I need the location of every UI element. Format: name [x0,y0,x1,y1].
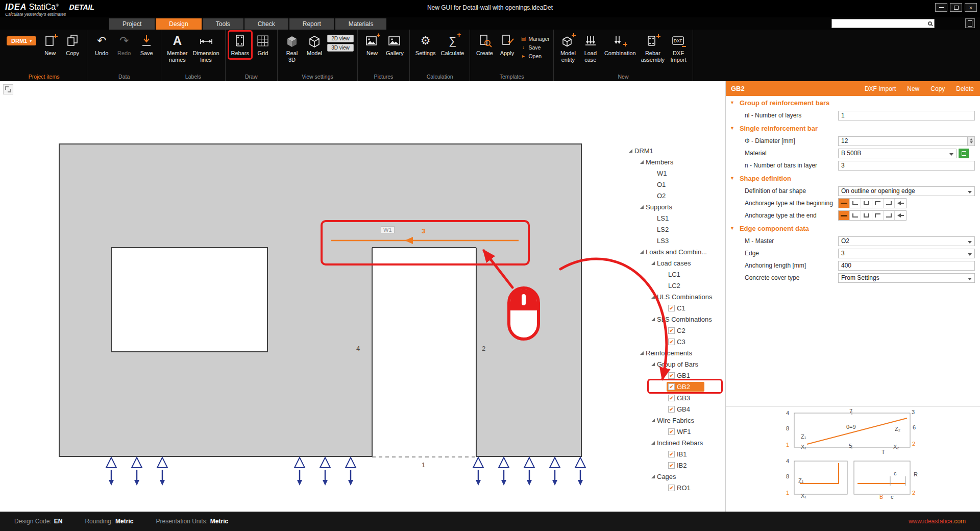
load-case-button[interactable]: Load case [580,31,601,64]
maximize-button[interactable] [950,3,962,12]
anchoring-length-mm-input[interactable]: 400 [838,261,975,271]
collapse-caret-icon[interactable]: ▼ [730,226,734,231]
visibility-checkbox[interactable]: ✔ [668,451,675,457]
spin-up-icon[interactable] [970,138,973,140]
anchorage-option-5[interactable] [884,211,895,220]
section-header-edge-component-data[interactable]: ▼Edge component data [726,222,980,235]
expander-icon[interactable] [651,295,655,299]
visibility-checkbox[interactable]: ✔ [668,395,675,401]
drm-selector-button[interactable]: DRM1▾ [7,36,36,45]
tree-item-c2[interactable]: ✔C2 [627,325,725,336]
visibility-checkbox[interactable]: ✔ [668,339,675,345]
visibility-checkbox[interactable]: ✔ [668,485,675,491]
tree-item-uls-combinations[interactable]: ULS Combinations [627,291,725,302]
expander-icon[interactable] [640,205,644,209]
diameter-mm-input[interactable]: 12 [838,136,968,146]
tree-item-drm1[interactable]: DRM1 [627,145,725,156]
grid-button[interactable]: Grid [252,31,274,58]
new-button[interactable]: New [907,85,919,92]
anchorage-option-4[interactable] [872,211,884,220]
tree-item-gb4[interactable]: ✔GB4 [627,403,725,415]
tree-item-gb1[interactable]: ✔GB1 [627,370,725,381]
visibility-checkbox[interactable]: ✔ [668,383,675,390]
collapse-caret-icon[interactable]: ▼ [730,126,734,131]
rebar-assembly-button[interactable]: Rebar assembly [639,31,667,64]
visibility-checkbox[interactable]: ✔ [668,327,675,334]
nl-number-of-layers-input[interactable]: 1 [838,111,975,120]
anchorage-option-1[interactable] [839,199,850,208]
document-info-icon[interactable] [965,18,975,28]
visibility-checkbox[interactable]: ✔ [668,462,675,469]
spinner-buttons[interactable] [968,136,975,146]
close-button[interactable]: × [965,3,977,12]
expander-icon[interactable] [651,475,655,478]
tab-materials[interactable]: Materials [335,18,387,30]
open-menu-item[interactable]: ▸Open [521,52,549,60]
tree-item-gb2[interactable]: ✔GB2 [627,381,725,392]
template-create-button[interactable]: Create [474,31,495,58]
combination-button[interactable]: Combination [602,31,638,58]
tab-tools[interactable]: Tools [203,18,243,30]
save-button[interactable]: Save [136,31,157,58]
tree-item-loads-and-combin[interactable]: Loads and Combin... [627,246,725,257]
fit-to-view-icon[interactable] [3,84,13,94]
model-canvas[interactable]: W1 3 4 2 1 DRM1MembersW1O1O2SupportsLS1L… [0,81,725,512]
expander-icon[interactable] [651,441,655,445]
tree-item-gb3[interactable]: ✔GB3 [627,392,725,403]
tree-item-o2[interactable]: O2 [627,190,725,201]
copy-button[interactable]: Copy [930,85,945,92]
dxf-import-button[interactable]: DXF Import [865,85,896,92]
real-3d-button[interactable]: Real 3D [281,31,303,64]
tree-item-wf1[interactable]: ✔WF1 [627,426,725,437]
expander-icon[interactable] [640,160,644,164]
tab-design[interactable]: Design [156,18,201,30]
tree-item-ib1[interactable]: ✔IB1 [627,448,725,460]
tree-item-ls2[interactable]: LS2 [627,224,725,235]
tree-item-load-cases[interactable]: Load cases [627,257,725,269]
delete-button[interactable]: Delete [956,85,974,92]
calculate-button[interactable]: ∑+Calculate [439,31,467,58]
tree-item-cages[interactable]: Cages [627,471,725,482]
anchorage-option-6[interactable] [895,211,906,220]
anchorage-option-2[interactable] [850,199,861,208]
tab-report[interactable]: Report [289,18,334,30]
tree-item-c3[interactable]: ✔C3 [627,336,725,347]
tree-item-supports[interactable]: Supports [627,201,725,212]
expander-icon[interactable] [651,363,655,366]
section-header-shape-definition[interactable]: ▼Shape definition [726,172,980,185]
visibility-checkbox[interactable]: ✔ [668,372,675,379]
dimension-lines-button[interactable]: Dimension lines [191,31,222,64]
definition-of-bar-shape-select[interactable]: On outline or opening edge [838,186,975,196]
anchorage-option-6[interactable] [895,199,906,208]
anchorage-option-2[interactable] [850,211,861,220]
edit-material-button[interactable] [959,149,969,158]
tree-item-members[interactable]: Members [627,156,725,167]
anchorage-option-1[interactable] [839,211,850,220]
n-number-of-bars-in-layer-input[interactable]: 3 [838,161,975,171]
copy-project-item-button[interactable]: Copy [62,31,83,58]
tree-item-c1[interactable]: ✔C1 [627,302,725,313]
rebars-button[interactable]: Rebars [229,31,251,58]
tree-item-lc2[interactable]: LC2 [627,280,725,291]
tree-item-ib2[interactable]: ✔IB2 [627,460,725,471]
expander-icon[interactable] [640,250,644,254]
manager-menu-item[interactable]: ▤Manager [521,35,549,42]
expander-icon[interactable] [651,419,655,422]
tree-item-reinforcements[interactable]: Reinforcements [627,347,725,358]
picture-new-button[interactable]: New [361,31,383,58]
visibility-checkbox[interactable]: ✔ [668,305,675,311]
active-project-item[interactable]: DRM1▾ [5,31,38,47]
anchorage-option-3[interactable] [861,199,872,208]
concrete-cover-type-select[interactable]: From Settings [838,273,975,283]
dxf-import-button[interactable]: DXFDXF Import [668,31,689,64]
visibility-checkbox[interactable]: ✔ [668,406,675,413]
material-select[interactable]: B 500B [838,149,957,158]
model-button[interactable]: Model [304,31,325,58]
tab-check[interactable]: Check [244,18,288,30]
section-header-group-of-reinforcement-bars[interactable]: ▼Group of reinforcement bars [726,96,980,109]
edge-select[interactable]: 3 [838,249,975,258]
anchorage-option-3[interactable] [861,211,872,220]
m-master-select[interactable]: O2 [838,236,975,246]
settings-button[interactable]: ⚙Settings [413,31,438,58]
visibility-checkbox[interactable]: ✔ [668,428,675,435]
